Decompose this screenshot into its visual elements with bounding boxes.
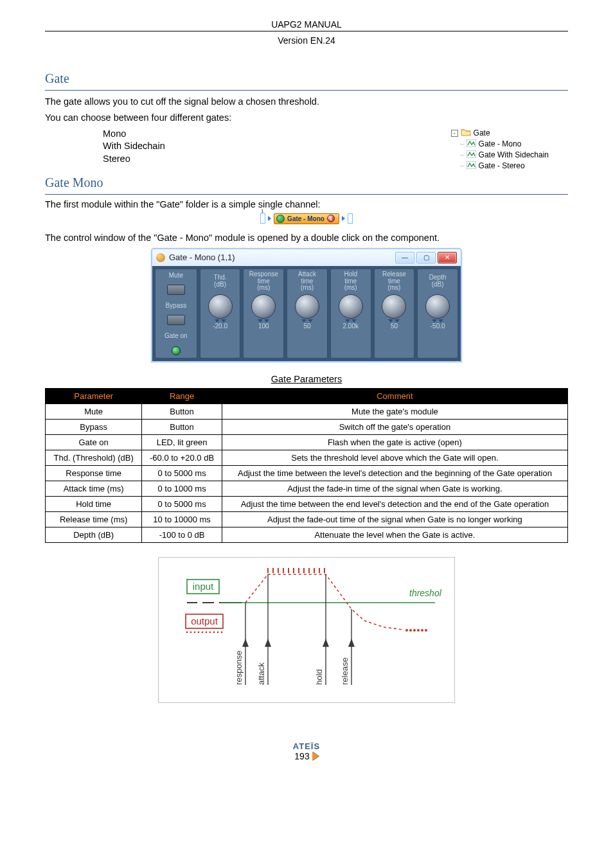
knob-label: Responsetime(ms) [249, 271, 278, 292]
gate-parameters-table: Parameter Range Comment MuteButtonMute t… [45, 388, 568, 543]
release-knob[interactable] [382, 294, 406, 319]
table-caption: Gate Parameters [45, 374, 568, 384]
chip-arrow-icon [342, 216, 345, 221]
knob-value: 2.00k [342, 323, 358, 330]
knob-value: 50 [303, 323, 310, 330]
table-row: Gate onLED, lit greenFlash when the gate… [46, 434, 568, 450]
section-title-gate-mono: Gate Mono [45, 175, 568, 195]
svg-point-38 [213, 632, 215, 633]
chip-led-icon [276, 215, 285, 223]
svg-point-24 [422, 630, 423, 631]
gate-mono-text-2: The control window of the "Gate - Mono" … [45, 232, 568, 244]
svg-point-25 [425, 630, 427, 631]
diagram-output-label: output [191, 616, 218, 626]
attack-knob[interactable] [295, 294, 319, 319]
table-cell: Attack time (ms) [46, 481, 142, 496]
knob-label: Releasetime(ms) [382, 271, 406, 292]
gate-on-label: Gate on [164, 332, 188, 341]
tree-item[interactable]: ┈ Gate - Mono [451, 139, 549, 150]
page-footer: ATEÏS 193 [45, 741, 568, 761]
release-knob-panel: Releasetime(ms) 50 [374, 269, 415, 359]
window-gear-icon [156, 253, 165, 262]
node-icon [466, 139, 476, 149]
table-cell: LED, lit green [142, 434, 222, 450]
hold-knob-panel: Holdtime(ms) 2.00k [330, 269, 371, 359]
tree-item-label: Gate - Stereo [479, 161, 525, 170]
svg-point-33 [194, 632, 196, 633]
module-chip[interactable]: Gate - Mono 1 [260, 213, 353, 224]
response-knob[interactable] [251, 294, 276, 319]
table-cell: Release time (ms) [46, 511, 142, 527]
tree-collapse-icon[interactable]: - [451, 130, 458, 137]
diagram-axis-hold: hold [314, 669, 324, 685]
tree-item-label: Gate - Mono [479, 139, 522, 148]
diagram-input-label: input [193, 581, 214, 592]
gate-type-item: Mono [103, 128, 165, 141]
table-cell: Attenuate the level when the Gate is act… [222, 527, 567, 542]
svg-point-39 [217, 632, 219, 633]
svg-point-36 [206, 632, 208, 633]
bypass-button[interactable] [167, 315, 185, 325]
window-titlebar[interactable]: Gate - Mono (1,1) — ▢ ✕ [152, 249, 461, 266]
knob-label: Holdtime(ms) [344, 271, 357, 292]
svg-marker-46 [323, 640, 328, 646]
gate-mono-window: Gate - Mono (1,1) — ▢ ✕ Mute Bypass Gate… [151, 248, 462, 362]
chip-arrow-icon [268, 216, 271, 221]
depth-knob[interactable] [425, 294, 450, 319]
window-title: Gate - Mono (1,1) [169, 252, 235, 262]
table-cell: Mute the gate's module [222, 403, 567, 419]
gate-intro-1: The gate allows you to cut off the signa… [45, 96, 568, 108]
table-header-cell: Range [142, 388, 222, 403]
table-cell: Button [142, 403, 222, 419]
gate-mono-text-1: The first module within the "Gate" folde… [45, 199, 568, 211]
gate-type-list: Mono With Sidechain Stereo [103, 128, 165, 166]
table-row: Attack time (ms)0 to 1000 msAdjust the f… [46, 481, 568, 496]
table-cell: Hold time [46, 496, 142, 511]
footer-page-number: 193 [294, 751, 309, 761]
table-row: BypassButtonSwitch off the gate's operat… [46, 419, 568, 434]
side-controls-panel: Mute Bypass Gate on [155, 269, 197, 359]
close-button[interactable]: ✕ [438, 252, 457, 263]
chip-input-port-icon [260, 213, 265, 224]
table-cell: Adjust the fade-in time of the signal wh… [222, 481, 567, 496]
table-cell: Response time [46, 465, 142, 481]
table-cell: Depth (dB) [46, 527, 142, 542]
svg-point-21 [410, 630, 411, 631]
table-cell: Switch off the gate's operation [222, 419, 567, 434]
gate-type-item: Stereo [103, 153, 165, 166]
table-header-row: Parameter Range Comment [46, 388, 568, 403]
tree-root-row[interactable]: - Gate [451, 128, 549, 139]
svg-point-34 [198, 632, 200, 633]
minimize-button[interactable]: — [395, 252, 414, 263]
tree-item[interactable]: ┈ Gate - Stereo [451, 161, 549, 172]
version-text: Version EN.24 [45, 35, 568, 46]
hold-knob[interactable] [339, 294, 363, 319]
svg-point-20 [406, 630, 407, 631]
response-knob-panel: Responsetime(ms) 100 [243, 269, 284, 359]
svg-point-32 [190, 632, 192, 633]
mute-button[interactable] [167, 285, 185, 295]
svg-point-35 [202, 632, 204, 633]
maximize-button[interactable]: ▢ [416, 252, 436, 263]
chip-count-badge: 1 [327, 215, 335, 222]
svg-point-37 [209, 632, 211, 633]
threshold-knob[interactable] [208, 294, 233, 319]
gate-type-item: With Sidechain [103, 140, 165, 153]
table-cell: -60.0 to +20.0 dB [142, 450, 222, 465]
table-cell: -100 to 0 dB [142, 527, 222, 542]
node-icon [466, 150, 476, 160]
svg-point-31 [186, 632, 188, 633]
table-cell: 10 to 10000 ms [142, 511, 222, 527]
svg-marker-42 [243, 640, 248, 646]
depth-knob-panel: Depth(dB) -50.0 [417, 269, 458, 359]
diagram-axis-attack: attack [256, 662, 266, 685]
knob-value: -50.0 [431, 323, 445, 330]
tree-root-label: Gate [474, 128, 490, 137]
chip-label: Gate - Mono [287, 215, 324, 222]
table-row: Hold time0 to 5000 msAdjust the time bet… [46, 496, 568, 511]
table-cell: 0 to 1000 ms [142, 481, 222, 496]
table-row: Depth (dB)-100 to 0 dBAttenuate the leve… [46, 527, 568, 542]
tree-item[interactable]: ┈ Gate With Sidechain [451, 150, 549, 161]
table-row: Thd. (Threshold) (dB)-60.0 to +20.0 dBSe… [46, 450, 568, 465]
gate-intro-2: You can choose between four different ga… [45, 112, 568, 124]
